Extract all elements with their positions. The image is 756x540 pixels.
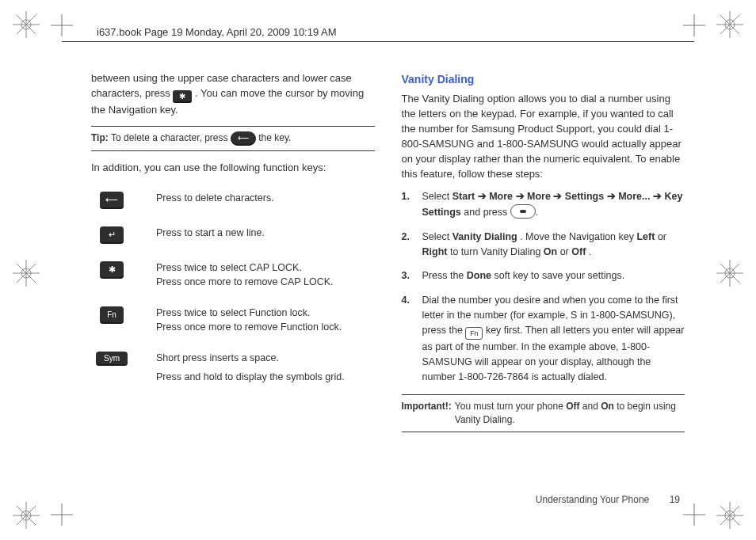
table-row: ↵ Press to start a new line. <box>91 226 375 244</box>
crop-mark-icon <box>683 504 705 526</box>
function-key-table: ⟵ Press to delete characters. ↵ Press to… <box>91 192 375 384</box>
step-1: Select Start ➔ More ➔ More ➔ Settings ➔ … <box>402 189 685 220</box>
row-desc-2: Press once more to remove Function lock. <box>156 321 375 335</box>
tip-box: Tip: To delete a character, press ⟵ the … <box>91 126 375 151</box>
addition-text: In addition, you can use the following f… <box>91 161 375 176</box>
caps-key-icon: ✱ <box>173 90 192 103</box>
caps-key-icon: ✱ <box>100 261 124 279</box>
tip-text-b: the key. <box>258 132 291 143</box>
step-3: Press the Done soft key to save your set… <box>402 268 685 283</box>
important-lead: Important!: <box>402 400 452 428</box>
fn-key-icon: Fn <box>465 327 483 340</box>
header-rule <box>62 41 694 42</box>
intro-paragraph: between using the upper case characters … <box>91 71 375 118</box>
register-star-icon <box>716 11 743 38</box>
register-star-icon <box>716 260 743 287</box>
tip-lead: Tip: <box>91 132 111 143</box>
step-4: Dial the number you desire and when you … <box>402 293 685 385</box>
row-desc: Press to start a new line. <box>156 226 375 241</box>
row-desc-1: Press twice to select CAP LOCK. <box>156 261 375 276</box>
crop-mark-icon <box>51 504 73 526</box>
row-desc-1: Short press inserts a space. <box>156 352 375 366</box>
header-text: i637.book Page 19 Monday, April 20, 2009… <box>92 26 342 38</box>
table-row: Sym Short press inserts a space. Press a… <box>91 352 375 384</box>
steps-list: Select Start ➔ More ➔ More ➔ Settings ➔ … <box>402 189 685 384</box>
table-row: Fn Press twice to select Function lock. … <box>91 306 375 334</box>
step-2: Select Vanity Dialing . Move the Navigat… <box>402 230 685 260</box>
section-heading: Vanity Dialing <box>402 71 685 87</box>
table-row: ⟵ Press to delete characters. <box>91 192 375 209</box>
back-key-icon: ⟵ <box>231 131 256 146</box>
table-row: ✱ Press twice to select CAP LOCK. Press … <box>91 261 375 289</box>
back-key-icon: ⟵ <box>100 192 124 209</box>
page-header: i637.book Page 19 Monday, April 20, 2009… <box>62 20 694 44</box>
right-column: Vanity Dialing The Vanity Dialing option… <box>402 71 685 485</box>
important-text: You must turn your phone Off and On to b… <box>455 400 685 428</box>
left-column: between using the upper case characters … <box>91 71 375 485</box>
register-star-icon <box>13 260 40 287</box>
page-footer: Understanding Your Phone 19 <box>536 494 680 505</box>
vanity-intro: The Vanity Dialing option allows you to … <box>402 92 685 181</box>
footer-section: Understanding Your Phone <box>536 494 649 505</box>
row-desc-2: Press and hold to display the symbols gr… <box>156 371 375 385</box>
svg-rect-38 <box>520 210 526 213</box>
ok-key-icon <box>510 204 536 219</box>
row-desc-1: Press twice to select Function lock. <box>156 306 375 321</box>
row-desc-2: Press once more to remove CAP LOCK. <box>156 276 375 290</box>
register-star-icon <box>13 502 40 529</box>
sym-key-icon: Sym <box>96 352 128 366</box>
register-star-icon <box>716 502 743 529</box>
footer-page: 19 <box>670 494 680 505</box>
enter-key-icon: ↵ <box>100 226 124 244</box>
important-box: Important!: You must turn your phone Off… <box>402 394 685 433</box>
tip-text-a: To delete a character, press <box>111 132 231 143</box>
fn-key-icon: Fn <box>100 306 124 324</box>
register-star-icon <box>13 11 40 38</box>
row-desc: Press to delete characters. <box>156 192 375 206</box>
